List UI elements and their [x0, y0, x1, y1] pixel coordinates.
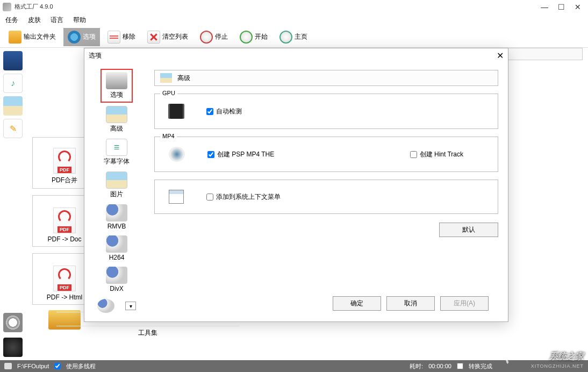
dialog-content: 高级 GPU 自动检测 MP4 创建 PSP	[149, 62, 508, 321]
dialog-category-list: 选项 高级 字幕字体 图片 RMVB H264	[84, 62, 149, 321]
checkbox-multithread[interactable]	[54, 363, 61, 369]
dialog-footer: 确定 取消 应用(A)	[154, 291, 498, 316]
category-sidebar	[0, 48, 27, 360]
dialog-cat-picture[interactable]: 图片	[101, 169, 133, 201]
pdf-icon: PDF	[53, 266, 76, 291]
play-icon	[240, 31, 253, 44]
menu-language[interactable]: 语言	[51, 16, 63, 25]
dialog-cat-divx[interactable]: DivX	[101, 264, 133, 295]
checkbox-auto-detect-input[interactable]	[206, 108, 213, 115]
pdf-icon: PDF	[53, 148, 76, 174]
category-disc[interactable]	[3, 313, 23, 332]
statusbar-elapsed-label: 耗时:	[410, 362, 423, 370]
toolbar-output-folder[interactable]: 输出文件夹	[4, 28, 60, 46]
dialog-cat-more-dropdown[interactable]: ▾	[125, 302, 136, 310]
checkbox-auto-detect[interactable]: 自动检测	[206, 107, 242, 116]
options-icon	[106, 72, 127, 89]
category-video[interactable]	[3, 51, 23, 70]
remove-icon	[107, 31, 120, 44]
folder-icon	[9, 31, 21, 44]
toolbar-start[interactable]: 开始	[235, 28, 272, 46]
category-image[interactable]	[3, 96, 23, 116]
checkbox-create-hint[interactable]: 创建 Hint Track	[410, 150, 463, 159]
minimize-button[interactable]: —	[541, 3, 548, 11]
checkbox-create-hint-input[interactable]	[410, 151, 417, 158]
fieldset-gpu: GPU 自动检测	[154, 94, 498, 129]
button-apply[interactable]: 应用(A)	[440, 296, 489, 311]
checkbox-add-context[interactable]: 添加到系统上下文菜单	[206, 192, 281, 202]
gear-icon	[68, 31, 81, 44]
toolbar-home-label: 主页	[295, 32, 307, 41]
button-ok[interactable]: 确定	[333, 296, 381, 311]
window-icon	[169, 190, 184, 204]
dialog-body: 选项 高级 字幕字体 图片 RMVB H264	[84, 62, 508, 321]
pdf-icon: PDF	[53, 208, 76, 233]
menubar: 任务 皮肤 语言 帮助	[0, 13, 588, 26]
statusbar: F:\FFOutput 使用多线程 耗时: 00:00:00 转换完成	[0, 360, 588, 372]
fieldset-mp4-legend: MP4	[160, 133, 177, 139]
close-button[interactable]: ✕	[575, 3, 581, 11]
picture-icon	[106, 171, 127, 189]
tile-pdf-merge-label: PDF合并	[52, 176, 77, 185]
category-document[interactable]	[3, 119, 23, 138]
toolbar-home[interactable]: 主页	[275, 28, 312, 46]
toolbar-remove[interactable]: 移除	[103, 28, 140, 46]
dialog-tab-advanced[interactable]: 高级	[154, 70, 498, 86]
dialog-cat-h264[interactable]: H264	[101, 233, 133, 263]
fieldset-mp4: MP4 创建 PSP MP4 THE 创建 Hint Track	[154, 137, 498, 172]
statusbar-path[interactable]: F:\FFOutput	[17, 363, 49, 369]
app-title: 格式工厂 4.9.0	[15, 3, 53, 11]
toolbar-remove-label: 移除	[123, 32, 135, 41]
chip-icon	[170, 104, 183, 119]
menu-help[interactable]: 帮助	[73, 16, 86, 25]
h264-icon	[106, 235, 127, 253]
maximize-button[interactable]: ☐	[558, 3, 565, 11]
dialog-titlebar: 选项 ✕	[84, 48, 508, 62]
more-media-icon	[97, 299, 114, 313]
toolbar-options[interactable]: 选项	[63, 28, 100, 46]
checkbox-convert-done[interactable]	[457, 363, 463, 369]
button-default[interactable]: 默认	[439, 223, 498, 237]
toolbar: 输出文件夹 选项 移除 清空列表 停止 开始 主页	[0, 26, 588, 48]
dialog-cat-advanced[interactable]: 高级	[101, 104, 133, 135]
button-cancel[interactable]: 取消	[386, 296, 435, 311]
dialog-title: 选项	[89, 51, 102, 60]
menu-skin[interactable]: 皮肤	[28, 16, 41, 25]
app-icon	[3, 3, 11, 11]
category-toolset[interactable]	[3, 338, 23, 357]
dialog-cat-options[interactable]: 选项	[101, 69, 133, 103]
film-reel-icon	[169, 147, 185, 162]
advanced-icon	[106, 106, 127, 123]
toolbar-clear-label: 清空列表	[162, 32, 188, 41]
statusbar-multithread-label: 使用多线程	[66, 362, 96, 370]
titlebar: 格式工厂 4.9.0 — ☐ ✕	[0, 0, 588, 13]
checkbox-add-context-input[interactable]	[206, 194, 213, 201]
menu-task[interactable]: 任务	[5, 16, 18, 25]
category-audio[interactable]	[3, 74, 23, 93]
dialog-cat-subtitle-font[interactable]: 字幕字体	[101, 137, 133, 168]
options-dialog: 选项 ✕ 选项 高级 字幕字体 图片 RMVB	[84, 48, 508, 322]
tile-pdf-doc-label: PDF -> Doc	[47, 235, 81, 243]
window-controls: — ☐ ✕	[541, 3, 585, 11]
toolbar-output-folder-label: 输出文件夹	[24, 32, 56, 41]
watermark-subtext: XITONGZHIJIA.NET	[531, 363, 584, 369]
toolbar-clear-list[interactable]: 清空列表	[143, 28, 192, 46]
checkbox-create-psp-input[interactable]	[207, 151, 214, 158]
fieldset-gpu-legend: GPU	[160, 90, 177, 96]
rmvb-icon	[106, 204, 127, 221]
statusbar-elapsed-value: 00:00:00	[428, 363, 451, 369]
fieldset-context: 添加到系统上下文菜单	[154, 180, 498, 214]
font-icon	[106, 139, 127, 156]
row-toolset[interactable]: 工具集	[56, 326, 239, 340]
clear-icon	[147, 31, 160, 44]
stop-icon	[200, 31, 213, 44]
toolbar-stop[interactable]: 停止	[196, 28, 232, 46]
dialog-close-button[interactable]: ✕	[497, 51, 504, 61]
tile-pdf-html-label: PDF -> Html	[47, 294, 82, 301]
toolbar-options-label: 选项	[83, 32, 96, 41]
divx-icon	[106, 267, 127, 284]
statusbar-folder-icon[interactable]	[4, 363, 12, 369]
checkbox-create-psp[interactable]: 创建 PSP MP4 THE	[207, 150, 274, 159]
statusbar-convert-done-label: 转换完成	[469, 362, 492, 370]
dialog-cat-rmvb[interactable]: RMVB	[101, 202, 133, 232]
